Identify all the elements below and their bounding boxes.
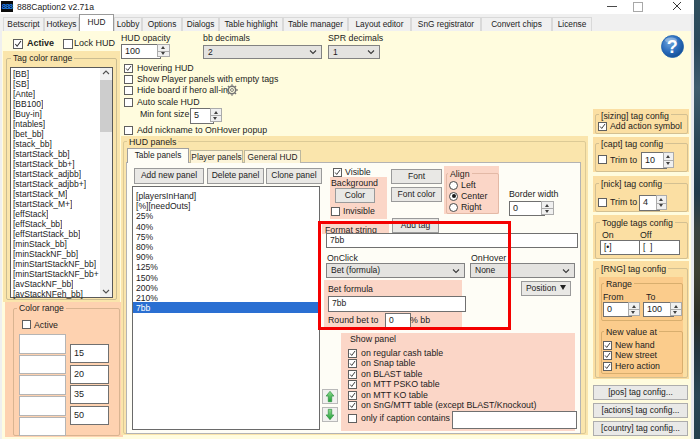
svg-text:?: ? [667,37,678,57]
